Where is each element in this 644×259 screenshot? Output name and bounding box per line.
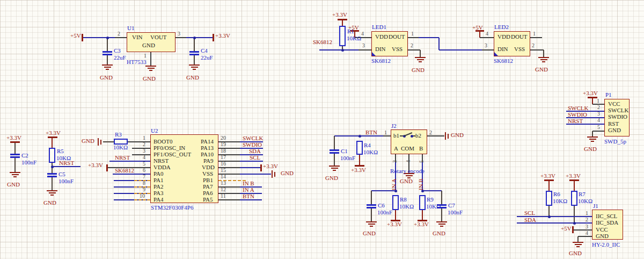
wire: [371, 190, 396, 191]
wire: [132, 154, 150, 155]
net-label: NRST: [568, 118, 583, 125]
wire: [482, 49, 494, 51]
component-label: HT7533: [127, 59, 147, 66]
net-label: SK6812: [313, 39, 332, 46]
capacitor-symbol-C2[interactable]: [10, 154, 20, 155]
resistor-symbol-R1[interactable]: [339, 26, 346, 46]
net-label: GND: [100, 75, 113, 81]
net-label: SK6812: [115, 168, 134, 174]
power-bar-icon: [338, 19, 347, 20]
wire: [103, 141, 114, 142]
component-label: 100nF: [340, 155, 355, 162]
capacitor-symbol-C5[interactable]: [47, 176, 57, 177]
net-label: SCL: [524, 210, 535, 217]
net-label: IN B: [243, 181, 254, 187]
wire: [408, 37, 419, 38]
gnd-symbol-icon: [542, 61, 545, 62]
capacitor-symbol-C3[interactable]: [103, 54, 112, 55]
capacitor-symbol-C6[interactable]: [367, 207, 376, 208]
gnd-symbol-icon: [331, 168, 338, 169]
pin-name: VCC: [608, 101, 620, 107]
wire: [52, 163, 53, 173]
pin-name: NRST: [153, 158, 169, 164]
component-label: 22uF: [114, 55, 126, 61]
gnd-symbol-icon: [540, 59, 547, 60]
pin-number: 16: [221, 161, 226, 167]
net-label: GND: [569, 250, 582, 257]
pin-name: PF1/OSC_OUT: [153, 152, 191, 158]
net-label: NRST: [115, 155, 130, 161]
wire: [592, 131, 593, 136]
component-label: 100nF: [448, 210, 463, 216]
capacitor-symbol-C4[interactable]: [189, 54, 199, 55]
wire: [422, 210, 423, 220]
net-label: SWCLK: [568, 105, 589, 112]
capacitor-symbol-C5[interactable]: [47, 173, 57, 175]
pin-name: VDDA: [153, 164, 171, 171]
resistor-symbol-R6[interactable]: [546, 191, 552, 206]
pin-name: SWDIO: [608, 114, 627, 120]
gnd-symbol-icon: [587, 136, 598, 138]
component-label: C5: [58, 171, 65, 178]
resistor-symbol-R8[interactable]: [392, 195, 399, 210]
wire: [334, 154, 335, 166]
gnd-symbol-icon: [49, 192, 56, 193]
wire: [480, 37, 494, 38]
capacitor-symbol-C4[interactable]: [189, 51, 199, 53]
resistor-symbol-R9[interactable]: [419, 195, 426, 210]
pin-number: 2: [411, 43, 413, 49]
net-label: BTN: [365, 130, 377, 136]
resistor-symbol-R5[interactable]: [49, 148, 55, 163]
wire: [334, 136, 335, 149]
pin-name: PA0: [153, 171, 164, 177]
pin-number: 15: [221, 168, 226, 174]
wire: [371, 191, 372, 204]
net-label: GND: [82, 138, 94, 145]
net-label: +3.3V: [351, 167, 366, 174]
pin-name: VOUT: [150, 34, 167, 41]
pin-name: PA7: [203, 184, 213, 190]
noconnect-wire: [134, 180, 150, 181]
component-label: R7: [579, 191, 586, 198]
capacitor-symbol-C1[interactable]: [330, 152, 339, 154]
wire: [194, 38, 195, 51]
net-label: +5V: [70, 33, 81, 39]
gnd-symbol-icon: [329, 166, 340, 167]
wire: [408, 49, 420, 51]
component-label: C2: [21, 153, 28, 159]
pin-name: BOOT0: [153, 139, 172, 145]
pin-number: 8: [143, 181, 145, 186]
pin-number: 2: [143, 142, 145, 148]
capacitor-symbol-C2[interactable]: [10, 156, 20, 158]
gnd-symbol-icon: [370, 226, 373, 227]
pin-name: DOUT: [389, 34, 405, 40]
pin-name: VSS: [514, 46, 525, 53]
pin-name: PA4: [153, 197, 164, 203]
gnd-symbol-icon: [406, 175, 413, 176]
capacitor-symbol-C6[interactable]: [367, 204, 376, 206]
capacitor-symbol-C3[interactable]: [103, 51, 112, 53]
net-label: GND: [143, 76, 156, 82]
wire: [574, 229, 592, 231]
wire: [132, 148, 150, 149]
pin-name: GND: [608, 127, 621, 134]
resistor-symbol-R7[interactable]: [571, 191, 577, 206]
gnd-bar-icon: [272, 170, 273, 178]
component-label: U1: [127, 25, 134, 32]
power-bar-icon: [106, 164, 108, 171]
pin-name: VCC: [596, 227, 608, 233]
pin-name: VDD: [375, 34, 388, 40]
junction-dot: [193, 37, 196, 39]
capacitor-symbol-C1[interactable]: [330, 149, 339, 151]
resistor-symbol-R4[interactable]: [356, 141, 363, 155]
power-bar-icon: [82, 34, 83, 41]
net-label: GND: [186, 75, 199, 81]
pin-number: 1: [144, 53, 147, 59]
wire: [439, 49, 482, 51]
pin-name: COM: [401, 146, 414, 152]
wire: [358, 49, 371, 51]
component-label: C6: [378, 203, 385, 209]
pin-name: SWCLK: [608, 107, 629, 114]
component-label: STM32F030F4P6: [151, 205, 193, 211]
power-bar-icon: [544, 179, 554, 181]
